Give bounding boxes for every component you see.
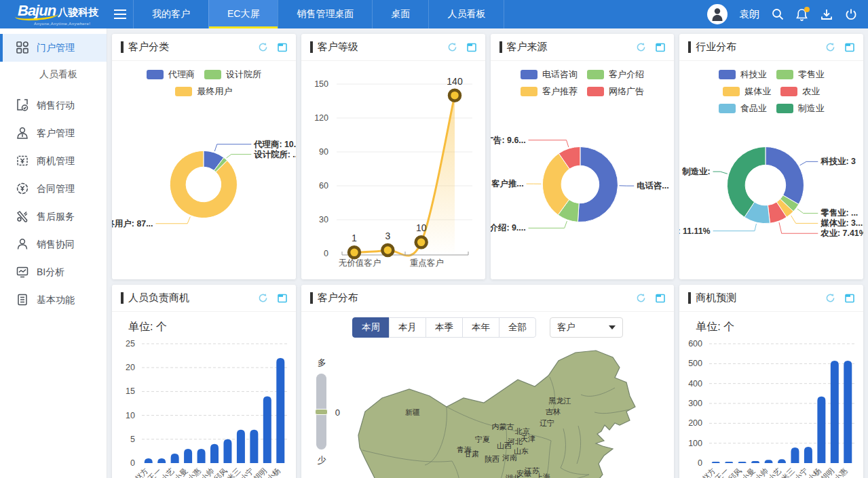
refresh-icon[interactable] (636, 42, 646, 52)
china-map[interactable]: 新疆黑龙江吉林辽宁内蒙古北京天津宁夏山西河北山东青海甘肃陕西河南安徽江苏上海浙江… (345, 347, 664, 478)
industry-donut-chart[interactable]: 科技业: 3零售业: ...媒体业: 3....农业: 7.41%食品业: 11… (679, 115, 863, 265)
refresh-icon[interactable] (258, 293, 268, 303)
filter-button-本月[interactable]: 本月 (389, 317, 426, 338)
province-label[interactable]: 上海 (535, 473, 550, 478)
legend-item[interactable]: 客户介绍 (587, 68, 644, 81)
tab-sales-desktop[interactable]: 销售管理桌面 (278, 0, 372, 28)
bar[interactable] (751, 461, 759, 463)
donut-slice[interactable] (578, 146, 618, 222)
bar[interactable] (738, 462, 747, 463)
province-label[interactable]: 河北 (508, 437, 523, 445)
line-point[interactable] (449, 90, 460, 101)
legend-item[interactable]: 科技业 (719, 68, 767, 81)
line-point[interactable] (415, 237, 426, 247)
sidebar-item-bi[interactable]: BI分析 (0, 258, 107, 286)
opportunity-forecast-bar-chart[interactable]: 0100200300400500600赵方王一邱风小曼小帅小艺米三小宁小杨胡明小… (679, 334, 863, 478)
bar[interactable] (804, 447, 812, 463)
legend-item[interactable]: 农业 (780, 85, 820, 98)
sidebar-item-sales-action[interactable]: 销售行动 (0, 92, 107, 119)
province-label[interactable]: 河南 (502, 454, 517, 462)
sidebar-item-sales-collab[interactable]: 销售协同 (0, 231, 107, 258)
bar[interactable] (263, 396, 271, 463)
maximize-icon[interactable] (467, 43, 476, 52)
province-label[interactable]: 天津 (521, 435, 535, 443)
sidebar-item-portal[interactable]: 门户管理 (0, 34, 107, 62)
customer-source-donut-chart[interactable]: 电话咨...客户介绍: 9....客户推...网络广告: 9.6... (491, 98, 675, 267)
tab-staff-board[interactable]: 人员看板 (428, 0, 504, 28)
sidebar-item-customer-mgmt[interactable]: 客户管理 (0, 119, 107, 147)
legend-item[interactable]: 制造业 (776, 102, 825, 115)
maximize-icon[interactable] (656, 43, 665, 52)
legend-item[interactable]: 设计院所 (204, 68, 261, 81)
filter-button-本年[interactable]: 本年 (462, 317, 499, 338)
customer-type-dropdown[interactable]: 客户 (550, 317, 623, 338)
province-label[interactable]: 陕西 (485, 455, 499, 463)
maximize-icon[interactable] (845, 294, 854, 303)
download-icon[interactable] (820, 8, 833, 21)
filter-button-本周[interactable]: 本周 (352, 317, 390, 338)
bar[interactable] (778, 459, 786, 463)
sidebar-item-staff-board[interactable]: 人员看板 (0, 62, 107, 87)
sidebar-item-basic[interactable]: 基本功能 (0, 286, 107, 314)
sidebar-item-after-sales[interactable]: 售后服务 (0, 203, 107, 231)
hamburger-menu-icon[interactable] (107, 0, 133, 28)
legend-item[interactable]: 食品业 (719, 102, 767, 115)
bar[interactable] (844, 361, 852, 463)
customer-level-line-chart[interactable]: 0306090120150无价值客户重点客户1310140 (301, 61, 485, 275)
refresh-icon[interactable] (825, 42, 835, 52)
tab-desktop[interactable]: 桌面 (372, 0, 428, 28)
bar[interactable] (223, 439, 231, 463)
bar[interactable] (237, 430, 245, 463)
bar[interactable] (276, 358, 284, 463)
province-label[interactable]: 新疆 (405, 408, 420, 416)
power-icon[interactable] (844, 8, 857, 21)
visualmap-track[interactable]: 0 (316, 374, 326, 450)
legend-item[interactable]: 零售业 (776, 68, 825, 81)
legend-item[interactable]: 最终用户 (175, 85, 232, 98)
bar[interactable] (725, 462, 733, 463)
refresh-icon[interactable] (258, 42, 268, 52)
refresh-icon[interactable] (447, 42, 457, 52)
donut-slice[interactable] (170, 151, 237, 218)
bar[interactable] (712, 462, 720, 463)
tab-ec-screen[interactable]: EC大屏 (208, 0, 278, 28)
bar[interactable] (145, 458, 153, 463)
province-label[interactable]: 内蒙古 (491, 422, 514, 431)
bar[interactable] (184, 449, 192, 463)
province-label[interactable]: 辽宁 (540, 419, 554, 427)
sidebar-item-contract-mgmt[interactable]: 合同管理 (0, 175, 107, 203)
maximize-icon[interactable] (278, 43, 287, 52)
maximize-icon[interactable] (845, 43, 854, 52)
refresh-icon[interactable] (825, 293, 835, 303)
filter-button-本季[interactable]: 本季 (426, 317, 463, 338)
legend-item[interactable]: 电话咨询 (521, 68, 578, 81)
maximize-icon[interactable] (656, 294, 665, 303)
bar[interactable] (791, 447, 799, 463)
bar[interactable] (250, 430, 258, 463)
search-icon[interactable] (771, 8, 784, 21)
bell-icon[interactable] (795, 8, 808, 21)
bar[interactable] (197, 449, 206, 463)
bar[interactable] (157, 458, 166, 463)
province-label[interactable]: 甘肃 (464, 450, 479, 458)
sidebar-item-opportunity-mgmt[interactable]: 商机管理 (0, 147, 107, 175)
bar[interactable] (831, 361, 839, 463)
legend-item[interactable]: 网络广告 (587, 85, 644, 98)
province-label[interactable]: 黑龙江 (548, 397, 571, 405)
bar[interactable] (171, 454, 179, 463)
customer-category-donut-chart[interactable]: 代理商: 10.3...设计院所: ...最终用户: 87... (112, 98, 296, 267)
filter-button-全部[interactable]: 全部 (499, 317, 536, 338)
staff-opportunity-bar-chart[interactable]: 0510152025赵方王一小艺小曼小惠小帅邱风米三小宁胡明小杨 (112, 334, 296, 478)
bar[interactable] (765, 460, 773, 463)
tab-my-customers[interactable]: 我的客户 (133, 0, 208, 28)
bar[interactable] (210, 444, 219, 463)
line-point[interactable] (349, 247, 360, 258)
donut-slice[interactable] (766, 147, 804, 205)
line-point[interactable] (382, 245, 393, 256)
bar[interactable] (818, 397, 826, 463)
province-label[interactable]: 湖北 (505, 474, 521, 478)
maximize-icon[interactable] (278, 294, 287, 303)
province-label[interactable]: 吉林 (545, 407, 561, 416)
legend-item[interactable]: 媒体业 (723, 85, 771, 98)
refresh-icon[interactable] (636, 293, 646, 303)
